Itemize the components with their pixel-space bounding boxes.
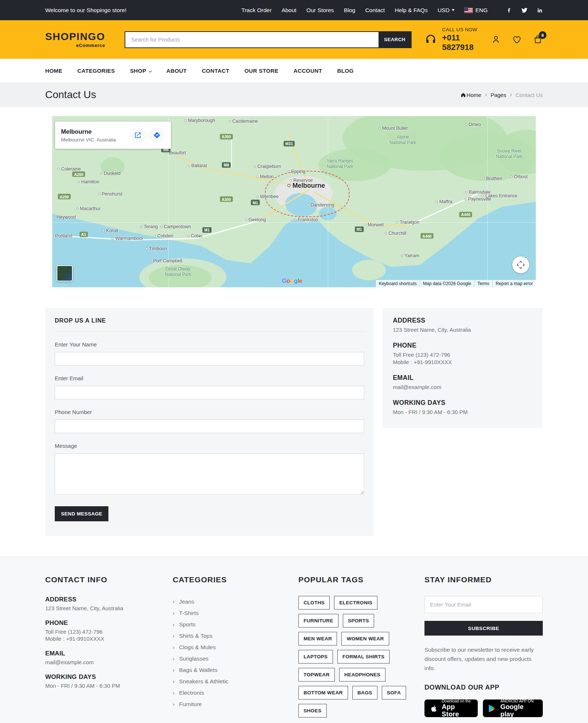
google-logo-letter: o — [287, 277, 290, 284]
map-label-penshurst: Penshurst — [98, 191, 122, 197]
tag-shoes[interactable]: SHOES — [298, 704, 327, 717]
topbar-link-our-stores[interactable]: Our Stores — [306, 7, 334, 14]
language-select[interactable]: ENG — [465, 7, 488, 14]
map-label-macarthur: Macarthur — [76, 206, 101, 211]
twitter-icon[interactable] — [521, 7, 527, 13]
nav-item-categories[interactable]: CATEGORIES — [78, 68, 115, 74]
breadcrumb-home[interactable]: Home — [460, 92, 481, 98]
wishlist-heart-icon[interactable] — [512, 35, 522, 44]
download-app-title: DOWNLOAD OUR APP — [424, 684, 543, 691]
google-play-badge[interactable]: ANDROID APP ON Google play — [483, 699, 543, 717]
facebook-icon[interactable] — [506, 7, 512, 13]
directions-icon — [153, 132, 161, 139]
newsletter-email-input[interactable] — [424, 596, 543, 613]
nav-item-our-store[interactable]: OUR STORE — [244, 68, 279, 74]
tag-bags[interactable]: BAGS — [352, 686, 377, 699]
tag-formal-shirts[interactable]: FORMAL SHIRTS — [337, 650, 390, 663]
footer-category-sneakers-athletic[interactable]: Sneakers & Athletic — [173, 676, 298, 687]
newsletter-blurb: Subscribe to our newsletter to receive e… — [424, 645, 543, 673]
map-label-ballarat: Ballarat — [188, 163, 207, 168]
nav-item-contact[interactable]: CONTACT — [202, 68, 229, 74]
footer-category-sports[interactable]: Sports — [173, 619, 298, 630]
email-value: mail@example.com — [393, 384, 532, 390]
send-message-button[interactable]: SEND MESSAGE — [55, 506, 108, 521]
footer-phone-mobile: Mobile : +91-9910XXXX — [45, 636, 173, 642]
name-field[interactable] — [55, 352, 364, 366]
open-in-maps-button[interactable] — [130, 127, 146, 143]
map-label-terang: Terang — [140, 224, 158, 229]
logo[interactable]: SHOPINGO eCommerce — [45, 32, 105, 48]
footer-category-sunglasses[interactable]: Sunglasses — [173, 653, 298, 664]
footer-category-furniture[interactable]: Furniture — [173, 698, 298, 710]
map-attribution-terms[interactable]: Terms — [474, 280, 492, 287]
map-label-timboon: Timboon — [146, 246, 167, 251]
map-label-camperdown: Camperdown — [160, 224, 191, 229]
footer-category-bags-wallets[interactable]: Bags & Wallets — [173, 664, 298, 676]
tag-sports[interactable]: SPORTS — [343, 614, 374, 627]
map-road — [231, 139, 232, 168]
topbar-link-blog[interactable]: Blog — [344, 7, 355, 14]
tag-furniture[interactable]: FURNITURE — [298, 614, 338, 627]
topbar-link-help-faqs[interactable]: Help & FAQs — [395, 7, 428, 14]
footer-category-clogs-mules[interactable]: Clogs & Mules — [173, 641, 298, 653]
footer-categories-list: JeansT-ShirtsSportsShirts & TopsClogs & … — [173, 596, 298, 710]
linkedin-icon[interactable] — [537, 7, 543, 13]
nav-item-about[interactable]: ABOUT — [166, 68, 187, 74]
map-label-cobden: Cobden — [154, 233, 173, 238]
breadcrumb-bar: Contact Us Home › Pages › Contact Us — [0, 82, 588, 107]
pan-control[interactable] — [512, 256, 529, 273]
search-input[interactable] — [125, 32, 379, 47]
footer-tags-title: POPULAR TAGS — [298, 575, 424, 584]
footer-category-electronis[interactable]: Electronis — [173, 687, 298, 698]
subscribe-button[interactable]: SUBSCRIBE — [424, 621, 543, 636]
email-title: EMAIL — [393, 374, 532, 382]
map-attribution-keyboard-shortcuts[interactable]: Keyboard shortcuts — [376, 280, 420, 287]
nav-item-shop[interactable]: SHOP — [130, 68, 151, 74]
map-place-card: Melbourne Melbourne VIC, Australia — [55, 122, 171, 149]
map-road-badge-a200: A200 — [72, 172, 85, 177]
account-icon[interactable] — [491, 35, 501, 44]
phone-field[interactable] — [55, 420, 364, 433]
page-title: Contact Us — [45, 89, 96, 101]
tag-men-wear[interactable]: MEN WEAR — [298, 632, 337, 645]
topbar-link-track-order[interactable]: Track Order — [241, 7, 272, 14]
map-label-melbourne: Melbourne — [287, 181, 325, 189]
breadcrumb-pages[interactable]: Pages — [491, 92, 506, 98]
map-label-geelong: Geelong — [245, 217, 266, 222]
tag-topwear[interactable]: TOPWEAR — [298, 668, 335, 681]
footer-working-title: WORKING DAYS — [45, 673, 173, 681]
app-store-top-text: Download on the — [442, 699, 473, 704]
topbar-link-contact[interactable]: Contact — [365, 7, 385, 14]
map-label-orbost: Orbost — [510, 174, 528, 179]
directions-button[interactable] — [149, 127, 165, 143]
tag-headphones[interactable]: HEADPHONES — [339, 668, 386, 681]
app-store-badge[interactable]: Download on the App Store — [424, 699, 478, 717]
tag-electronis[interactable]: ELECTRONIS — [334, 596, 377, 609]
cart-icon[interactable]: 8 — [533, 35, 543, 44]
search-button[interactable]: SEARCH — [379, 32, 411, 47]
currency-select[interactable]: USD — [438, 7, 455, 14]
map-label-werribee: Werribee — [256, 194, 278, 199]
satellite-toggle-thumbnail[interactable] — [57, 265, 73, 281]
email-field[interactable] — [55, 386, 364, 399]
nav-item-home[interactable]: HOME — [45, 68, 62, 74]
footer-category-t-shirts[interactable]: T-Shirts — [173, 607, 298, 619]
footer-category-shirts-tops[interactable]: Shirts & Tops — [173, 630, 298, 641]
tag-sofa[interactable]: SOFA — [382, 686, 406, 699]
nav-item-blog[interactable]: BLOG — [337, 68, 354, 74]
map-attribution-report-a-map-error[interactable]: Report a map error — [493, 280, 536, 287]
tag-cloths[interactable]: CLOTHS — [298, 596, 330, 609]
call-us[interactable]: CALL US NOW +011 5827918 — [424, 27, 491, 52]
message-field[interactable] — [55, 453, 364, 494]
topbar-link-about[interactable]: About — [282, 7, 297, 14]
open-in-new-icon — [134, 132, 141, 139]
tag-laptops[interactable]: LAPTOPS — [298, 650, 333, 663]
google-play-bottom-text: Google play — [500, 704, 538, 718]
footer-contact-title: CONTACT INFO — [45, 575, 173, 584]
tag-bottom-wear[interactable]: BOTTOM WEAR — [298, 686, 348, 699]
tag-women-wear[interactable]: WOMEN WEAR — [341, 632, 389, 645]
nav-item-account[interactable]: ACCOUNT — [294, 68, 322, 74]
google-play-top-text: ANDROID APP ON — [500, 699, 538, 704]
google-map[interactable]: MaryboroughCastlemaineMount BullerOmeoAl… — [52, 116, 536, 287]
footer-category-jeans[interactable]: Jeans — [173, 596, 298, 607]
